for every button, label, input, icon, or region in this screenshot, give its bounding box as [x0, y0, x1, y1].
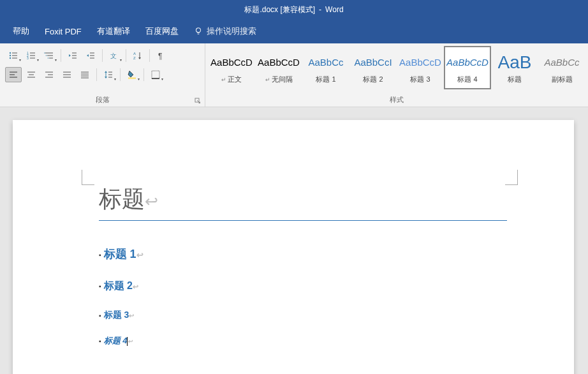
return-mark-icon: ↩	[133, 283, 138, 290]
borders-button[interactable]: ▾	[147, 67, 164, 82]
style-name-label: 标题 1	[316, 75, 335, 84]
title-separator: -	[319, 5, 321, 14]
style-preview: AaBbCcD	[446, 52, 489, 73]
menu-foxit-pdf[interactable]: Foxit PDF	[37, 19, 89, 43]
numbering-button[interactable]: 123▾	[23, 48, 40, 63]
svg-text:¶: ¶	[158, 52, 162, 61]
return-mark-icon: ↩	[136, 251, 143, 260]
align-center-button[interactable]	[23, 67, 40, 82]
app-name: Word	[325, 5, 343, 14]
style-preview: AaBbCcD	[258, 52, 300, 73]
style-item-2[interactable]: AaBbCc标题 1	[302, 46, 349, 89]
heading-2-text[interactable]: ▪标题 2↩	[99, 280, 510, 293]
style-item-6[interactable]: AaB标题	[491, 46, 538, 89]
title-bar: 标题.docx [兼容模式] - Word	[0, 0, 588, 19]
heading-1-text[interactable]: ▪标题 1↩	[99, 246, 510, 262]
style-item-0[interactable]: AaBbCcD↵正文	[208, 46, 255, 89]
lightbulb-icon	[194, 27, 203, 36]
style-name-label: ↵正文	[221, 75, 242, 84]
menu-baidu-netdisk[interactable]: 百度网盘	[138, 19, 186, 43]
document-area[interactable]: 标题↩ ▪标题 1↩ ▪标题 2↩ ▪标题 3↩ ▪标题 4↩	[0, 107, 588, 374]
align-left-button[interactable]	[5, 67, 22, 82]
sort-button[interactable]: AZ	[129, 48, 146, 63]
style-preview: AaBbCc	[308, 52, 343, 73]
style-preview: AaB	[498, 52, 532, 73]
margin-indicator-top-right	[505, 170, 518, 185]
svg-point-3	[10, 52, 11, 54]
style-preview: AaBbCcD	[399, 52, 441, 73]
paragraph-group: ▾ 123▾ ▾ 文▾ AZ ¶ ▾	[0, 43, 205, 107]
tell-me-label: 操作说明搜索	[207, 26, 256, 37]
style-name-label: 副标题	[552, 75, 573, 84]
bullet-icon: ▪	[99, 338, 101, 345]
style-name-label: 标题 3	[410, 75, 430, 84]
svg-text:Z: Z	[133, 56, 136, 60]
style-item-5[interactable]: AaBbCcD标题 4	[444, 46, 491, 89]
svg-rect-57	[128, 78, 136, 79]
bullet-icon: ▪	[99, 251, 101, 258]
paragraph-dialog-launcher[interactable]	[193, 96, 202, 105]
return-mark-icon: ↩	[128, 338, 133, 345]
svg-text:3: 3	[27, 56, 29, 60]
line-spacing-button[interactable]: ▾	[100, 67, 117, 82]
svg-point-5	[10, 55, 11, 56]
svg-point-0	[196, 28, 200, 33]
svg-point-18	[44, 52, 45, 54]
distributed-button[interactable]	[77, 67, 93, 82]
justify-button[interactable]	[59, 67, 75, 82]
menu-bar: 帮助 Foxit PDF 有道翻译 百度网盘 操作说明搜索	[0, 19, 588, 43]
styles-group-label: 样式	[205, 93, 588, 107]
show-marks-button[interactable]: ¶	[153, 48, 170, 63]
bullet-icon: ▪	[99, 312, 101, 319]
menu-youdao[interactable]: 有道翻译	[89, 19, 138, 43]
svg-marker-52	[105, 71, 107, 73]
svg-marker-53	[105, 77, 107, 79]
align-right-button[interactable]	[41, 67, 57, 82]
style-name-label: 标题 4	[457, 75, 477, 84]
style-item-1[interactable]: AaBbCcD↵无间隔	[255, 46, 302, 89]
style-preview: AaBbCc	[544, 52, 579, 73]
document-page[interactable]: 标题↩ ▪标题 1↩ ▪标题 2↩ ▪标题 3↩ ▪标题 4↩	[13, 120, 574, 374]
ribbon: ▾ 123▾ ▾ 文▾ AZ ¶ ▾	[0, 43, 588, 107]
bullets-button[interactable]: ▾	[5, 48, 22, 63]
multilevel-list-button[interactable]: ▾	[41, 48, 57, 63]
tell-me-search[interactable]: 操作说明搜索	[186, 26, 264, 37]
heading-4-text[interactable]: ▪标题 4↩	[99, 335, 510, 347]
svg-point-20	[48, 57, 49, 59]
paragraph-group-label: 段落	[0, 93, 205, 107]
svg-point-19	[46, 55, 47, 56]
style-item-4[interactable]: AaBbCcD标题 3	[397, 46, 444, 89]
document-title-text[interactable]: 标题↩	[99, 184, 507, 221]
style-name-label: ↵无间隔	[265, 75, 293, 84]
svg-point-7	[10, 57, 11, 59]
document-name: 标题.docx [兼容模式]	[244, 4, 315, 15]
styles-group: AaBbCcD↵正文AaBbCcD↵无间隔AaBbCc标题 1AaBbCcI标题…	[205, 43, 588, 107]
svg-text:A: A	[133, 52, 136, 56]
svg-marker-33	[138, 57, 141, 59]
return-mark-icon: ↩	[129, 312, 134, 319]
style-preview: AaBbCcD	[210, 52, 253, 73]
margin-indicator-top-left	[82, 170, 94, 185]
svg-rect-58	[152, 71, 159, 79]
style-item-3[interactable]: AaBbCcI标题 2	[349, 46, 397, 89]
style-name-label: 标题 2	[363, 75, 383, 84]
style-preview: AaBbCcI	[354, 52, 392, 73]
decrease-indent-button[interactable]	[64, 48, 81, 63]
increase-indent-button[interactable]	[82, 48, 99, 63]
heading-3-text[interactable]: ▪标题 3↩	[99, 310, 510, 321]
svg-text:文: 文	[110, 52, 117, 59]
styles-gallery[interactable]: AaBbCcD↵正文AaBbCcD↵无间隔AaBbCc标题 1AaBbCcI标题…	[205, 43, 588, 93]
menu-help[interactable]: 帮助	[5, 19, 37, 43]
return-mark-icon: ↩	[145, 192, 158, 210]
bullet-icon: ▪	[99, 283, 101, 290]
svg-marker-21	[69, 54, 71, 57]
style-name-label: 标题	[508, 75, 522, 84]
asian-layout-button[interactable]: 文▾	[106, 48, 122, 63]
svg-marker-25	[87, 54, 89, 57]
shading-button[interactable]: ▾	[124, 67, 140, 82]
style-item-7[interactable]: AaBbCc副标题	[538, 46, 585, 89]
